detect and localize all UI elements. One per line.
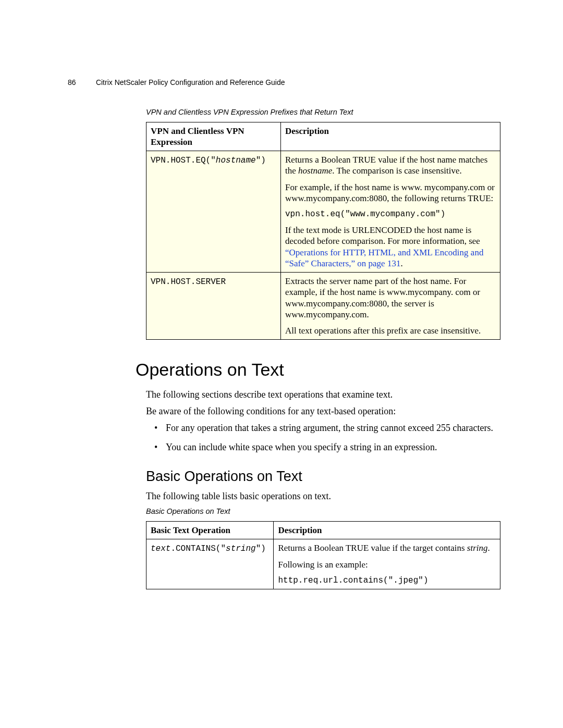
body-para: Be aware of the following conditions for…	[146, 405, 500, 417]
page: 86 Citrix NetScaler Policy Configuration…	[0, 0, 563, 589]
expr-code: VPN.HOST.SERVER	[151, 277, 226, 287]
table-header-row: VPN and Clientless VPN Expression Descri…	[146, 122, 500, 151]
table-header-row: Basic Text Operation Description	[146, 522, 500, 539]
table-vpn-expressions: VPN and Clientless VPN Expression Descri…	[146, 122, 500, 340]
list-item: For any operation that takes a string ar…	[166, 422, 500, 434]
table-row: text.CONTAINS("string") Returns a Boolea…	[146, 539, 500, 589]
desc-para: Extracts the server name part of the hos…	[285, 276, 496, 320]
cell-description: Extracts the server name part of the hos…	[281, 273, 500, 340]
desc-code: http.req.url.contains(".jpeg")	[278, 575, 496, 586]
desc-para: Returns a Boolean TRUE value if the host…	[285, 154, 496, 177]
col-header-operation: Basic Text Operation	[146, 522, 274, 539]
table2-caption: Basic Operations on Text	[146, 507, 500, 516]
cell-expression: VPN.HOST.SERVER	[146, 273, 281, 340]
section-body: The following sections describe text ope…	[146, 388, 500, 589]
page-number: 86	[68, 78, 94, 88]
cross-ref-link[interactable]: “Operations for HTTP, HTML, and XML Enco…	[285, 248, 483, 268]
running-header: 86 Citrix NetScaler Policy Configuration…	[68, 78, 500, 88]
subsection-heading: Basic Operations on Text	[146, 468, 500, 486]
desc-para: Following is an example:	[278, 559, 496, 570]
desc-para: Returns a Boolean TRUE value if the targ…	[278, 542, 496, 553]
content-column: VPN and Clientless VPN Expression Prefix…	[146, 107, 500, 340]
body-para: The following sections describe text ope…	[146, 388, 500, 401]
col-header-description: Description	[281, 122, 500, 151]
table-text-ops: Basic Text Operation Description text.CO…	[146, 521, 500, 589]
doc-title: Citrix NetScaler Policy Configuration an…	[96, 78, 285, 87]
expr-code: VPN.HOST.EQ("hostname")	[151, 156, 266, 165]
desc-para: All text operations after this prefix ar…	[285, 325, 496, 336]
cell-operation: text.CONTAINS("string")	[146, 539, 274, 589]
desc-para: If the text mode is URLENCODED the host …	[285, 225, 496, 269]
bullet-list: For any operation that takes a string ar…	[146, 422, 500, 453]
col-header-expression: VPN and Clientless VPN Expression	[146, 122, 281, 151]
desc-para: For example, if the host name is www. my…	[285, 182, 496, 204]
cell-description: Returns a Boolean TRUE value if the targ…	[274, 539, 500, 589]
body-para: The following table lists basic operatio…	[146, 490, 500, 502]
table-row: VPN.HOST.EQ("hostname") Returns a Boolea…	[146, 151, 500, 273]
desc-code: vpn.host.eq("www.mycompany.com")	[285, 209, 496, 219]
list-item: You can include white space when you spe…	[166, 441, 500, 453]
expr-code: text.CONTAINS("string")	[151, 544, 266, 553]
col-header-description: Description	[274, 522, 500, 539]
cell-expression: VPN.HOST.EQ("hostname")	[146, 151, 281, 273]
table-row: VPN.HOST.SERVER Extracts the server name…	[146, 273, 500, 340]
table1-caption: VPN and Clientless VPN Expression Prefix…	[146, 107, 500, 117]
cell-description: Returns a Boolean TRUE value if the host…	[281, 151, 500, 273]
section-heading: Operations on Text	[136, 359, 500, 381]
